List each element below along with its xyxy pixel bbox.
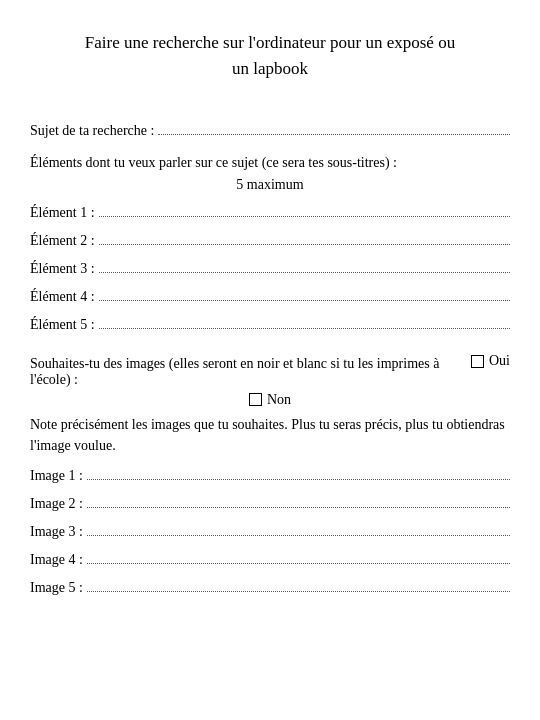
non-label: Non bbox=[267, 392, 291, 408]
element-row-1: Élément 1 : bbox=[30, 203, 510, 221]
search-subject-label: Sujet de ta recherche : bbox=[30, 123, 154, 139]
oui-label: Oui bbox=[489, 353, 510, 369]
image-2-line bbox=[87, 494, 510, 508]
element-4-line bbox=[99, 287, 510, 301]
element-3-line bbox=[99, 259, 510, 273]
image-5-label: Image 5 : bbox=[30, 580, 83, 596]
element-5-label: Élément 5 : bbox=[30, 317, 95, 333]
elements-max-note: 5 maximum bbox=[30, 177, 510, 193]
element-row-4: Élément 4 : bbox=[30, 287, 510, 305]
image-5-line bbox=[87, 578, 510, 592]
search-subject-row: Sujet de ta recherche : bbox=[30, 121, 510, 139]
element-row-3: Élément 3 : bbox=[30, 259, 510, 277]
image-row-3: Image 3 : bbox=[30, 522, 510, 540]
image-row-2: Image 2 : bbox=[30, 494, 510, 512]
oui-checkbox[interactable] bbox=[471, 355, 484, 368]
images-question-text: Souhaites-tu des images (elles seront en… bbox=[30, 356, 465, 388]
element-3-label: Élément 3 : bbox=[30, 261, 95, 277]
element-row-2: Élément 2 : bbox=[30, 231, 510, 249]
page-title: Faire une recherche sur l'ordinateur pou… bbox=[30, 30, 510, 81]
elements-intro: Éléments dont tu veux parler sur ce suje… bbox=[30, 155, 510, 171]
image-row-1: Image 1 : bbox=[30, 466, 510, 484]
non-checkbox[interactable] bbox=[249, 393, 262, 406]
image-1-label: Image 1 : bbox=[30, 468, 83, 484]
element-1-label: Élément 1 : bbox=[30, 205, 95, 221]
image-4-line bbox=[87, 550, 510, 564]
image-4-label: Image 4 : bbox=[30, 552, 83, 568]
search-subject-line bbox=[158, 121, 510, 135]
note-text: Note précisément les images que tu souha… bbox=[30, 414, 510, 456]
image-2-label: Image 2 : bbox=[30, 496, 83, 512]
element-4-label: Élément 4 : bbox=[30, 289, 95, 305]
element-1-line bbox=[99, 203, 510, 217]
element-2-line bbox=[99, 231, 510, 245]
image-row-5: Image 5 : bbox=[30, 578, 510, 596]
element-5-line bbox=[99, 315, 510, 329]
element-2-label: Élément 2 : bbox=[30, 233, 95, 249]
image-3-label: Image 3 : bbox=[30, 524, 83, 540]
image-row-4: Image 4 : bbox=[30, 550, 510, 568]
image-3-line bbox=[87, 522, 510, 536]
image-1-line bbox=[87, 466, 510, 480]
element-row-5: Élément 5 : bbox=[30, 315, 510, 333]
